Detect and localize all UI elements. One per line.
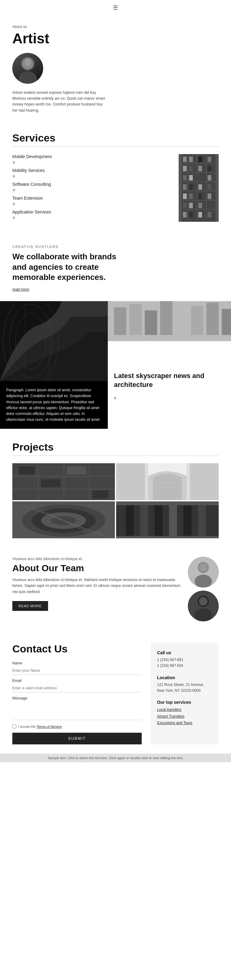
svg-rect-16 <box>189 157 193 162</box>
team-avatar-2 <box>188 590 219 621</box>
service-item-4[interactable]: Team Extension ∨ <box>12 196 172 207</box>
project-svg-2 <box>116 463 219 500</box>
svg-rect-35 <box>183 203 187 208</box>
svg-rect-36 <box>189 203 193 208</box>
navigation: ☰ <box>0 0 231 15</box>
creative-section: CREATIVE RUSTLERS We collaborate with br… <box>0 229 231 301</box>
name-form-group: Name <box>12 661 142 675</box>
svg-rect-86 <box>184 501 192 538</box>
projects-section: Projects <box>0 429 231 544</box>
svg-rect-88 <box>116 501 219 505</box>
team-section: Vivamus arcu felis bibendum ut tristique… <box>0 544 231 631</box>
service-link-1[interactable]: Local transfers <box>157 706 213 713</box>
contact-info: Call us 1 (234) 567-891 1 (234) 987.654 … <box>151 643 219 745</box>
svg-rect-30 <box>208 184 211 190</box>
project-image-4 <box>116 501 219 538</box>
contact-section: Contact Us Name Email Message I accept t… <box>0 631 231 754</box>
team-content: Vivamus arcu felis bibendum ut tristique… <box>12 557 182 611</box>
svg-rect-29 <box>198 184 202 190</box>
svg-rect-52 <box>129 304 142 335</box>
page-title: Artist <box>12 30 219 47</box>
gallery-right: Latest skyscraper news and architecture … <box>108 301 231 429</box>
svg-rect-33 <box>198 194 202 199</box>
service-link-3[interactable]: Excursions and Tours <box>157 720 213 727</box>
svg-rect-64 <box>89 463 90 500</box>
svg-point-96 <box>195 608 212 621</box>
svg-rect-56 <box>191 306 203 335</box>
creative-label: CREATIVE RUSTLERS <box>12 245 219 248</box>
team-subtitle: Vivamus arcu felis bibendum ut tristique… <box>12 557 182 561</box>
arrow-right-icon[interactable]: › <box>114 393 225 401</box>
team-avatars <box>188 557 219 621</box>
terms-of-service-link[interactable]: Terms of Service <box>37 725 62 729</box>
avatar-svg <box>12 53 43 84</box>
service-item-1[interactable]: Mobile Development ∨ <box>12 154 172 165</box>
name-input[interactable] <box>12 667 142 675</box>
svg-rect-89 <box>116 536 219 539</box>
message-textarea[interactable] <box>12 702 142 720</box>
svg-rect-68 <box>92 491 108 499</box>
svg-rect-54 <box>160 301 172 335</box>
team-body-text: Vivamus arcu felis bibendum ut tristique… <box>12 577 182 595</box>
address-text: 121 Rock Street, 21 Avenue, New York, NY… <box>157 682 213 694</box>
read-more-link[interactable]: read more <box>12 287 29 291</box>
svg-rect-27 <box>183 184 187 190</box>
submit-button[interactable]: SUBMIT <box>12 733 142 745</box>
svg-rect-82 <box>126 501 134 538</box>
service-item-5[interactable]: Application Services ∨ <box>12 210 172 220</box>
gallery-left: Paragraph. Lorem ipsum dolor sit amet, c… <box>0 301 108 429</box>
service-item-2[interactable]: Mobility Services ∨ <box>12 168 172 179</box>
svg-rect-24 <box>189 175 193 181</box>
svg-rect-51 <box>114 307 126 335</box>
team-avatar-1-svg <box>188 557 219 587</box>
message-label: Message <box>12 696 142 700</box>
gallery-main-image <box>0 301 108 381</box>
svg-rect-34 <box>208 194 211 199</box>
svg-rect-41 <box>198 212 202 218</box>
service-name-5: Application Services <box>12 210 172 215</box>
team-title: About Our Team <box>12 563 182 573</box>
footer-note-text: Sample text. Click to select the text bo… <box>48 756 183 760</box>
svg-rect-19 <box>183 166 187 171</box>
svg-rect-73 <box>190 463 219 500</box>
service-link-2[interactable]: Airport Transfers <box>157 713 213 720</box>
services-title: Services <box>12 132 219 144</box>
svg-rect-84 <box>155 501 163 538</box>
svg-point-92 <box>195 574 212 587</box>
email-input[interactable] <box>12 684 142 692</box>
hamburger-icon[interactable]: ☰ <box>113 4 118 11</box>
chevron-down-icon-4[interactable]: ∨ <box>12 201 172 207</box>
terms-checkbox[interactable] <box>12 724 16 729</box>
location-info-group: Location 121 Rock Street, 21 Avenue, New… <box>157 675 213 694</box>
svg-rect-39 <box>183 212 187 218</box>
message-form-group: Message <box>12 696 142 720</box>
creative-title: We collaborate with brands and agencies … <box>12 251 129 283</box>
service-name-1: Mobile Development <box>12 154 172 159</box>
chevron-down-icon-2[interactable]: ∨ <box>12 173 172 179</box>
svg-rect-72 <box>116 463 145 500</box>
phone-2: 1 (234) 987.654 <box>157 663 213 669</box>
terms-text: I accept the Terms of Service <box>18 725 62 729</box>
svg-rect-17 <box>198 157 202 162</box>
project-image-3 <box>12 501 115 538</box>
gallery-top-right-svg <box>108 301 231 341</box>
chevron-down-icon-5[interactable]: ∨ <box>12 215 172 220</box>
chevron-down-icon-3[interactable]: ∨ <box>12 187 172 192</box>
gallery-section: Paragraph. Lorem ipsum dolor sit amet, c… <box>0 301 231 429</box>
svg-rect-32 <box>189 194 193 199</box>
about-section: About us Artist Article evident arrived … <box>0 15 231 120</box>
svg-rect-15 <box>183 157 187 162</box>
svg-rect-58 <box>222 309 231 335</box>
svg-rect-37 <box>198 203 202 208</box>
svg-rect-57 <box>206 303 219 335</box>
services-image <box>179 154 219 222</box>
team-avatar-1 <box>188 557 219 587</box>
our-services-heading: Our top services <box>157 700 213 705</box>
services-info-group: Our top services Local transfers Airport… <box>157 700 213 727</box>
projects-grid <box>12 463 219 538</box>
read-more-button[interactable]: READ MORE <box>12 601 48 611</box>
chevron-down-icon-1[interactable]: ∨ <box>12 160 172 165</box>
service-item-3[interactable]: Software Consulting ∨ <box>12 182 172 192</box>
avatar <box>12 53 43 84</box>
svg-point-3 <box>25 59 31 66</box>
